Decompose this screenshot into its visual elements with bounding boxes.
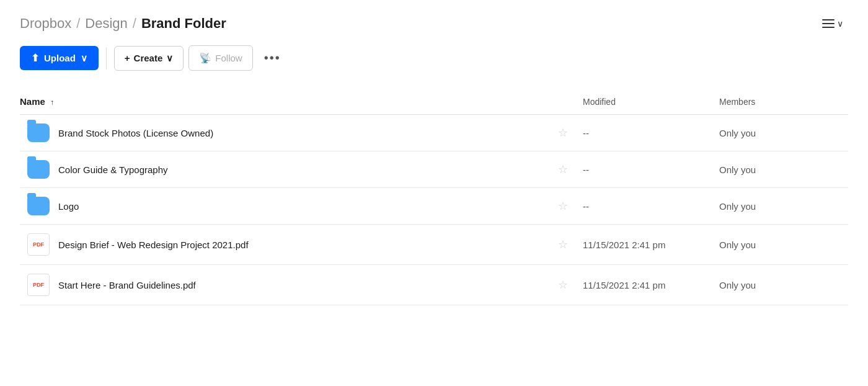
create-label: Create bbox=[134, 53, 163, 63]
breadcrumb-design[interactable]: Design bbox=[85, 16, 127, 32]
create-button[interactable]: + Create ∨ bbox=[114, 46, 184, 71]
breadcrumb-sep-2: / bbox=[133, 16, 136, 32]
col-header-name[interactable]: Name ↑ bbox=[20, 91, 551, 115]
members-label: Only you bbox=[712, 151, 848, 188]
sort-arrow-icon: ↑ bbox=[50, 98, 54, 107]
favorite-star-icon[interactable]: ☆ bbox=[558, 163, 568, 176]
file-name-cell: PDFDesign Brief - Web Redesign Project 2… bbox=[27, 233, 543, 256]
file-name-text: Logo bbox=[58, 201, 79, 212]
file-name-text: Brand Stock Photos (License Owned) bbox=[58, 128, 213, 138]
file-name-text: Start Here - Brand Guidelines.pdf bbox=[58, 280, 196, 290]
pdf-icon: PDF bbox=[27, 233, 50, 256]
follow-rss-icon: 📡 bbox=[199, 52, 211, 64]
modified-date: -- bbox=[575, 188, 712, 225]
breadcrumb-dropbox[interactable]: Dropbox bbox=[20, 16, 71, 32]
col-header-star bbox=[551, 91, 575, 115]
modified-date: -- bbox=[575, 115, 712, 151]
file-name-cell: Brand Stock Photos (License Owned) bbox=[27, 123, 543, 142]
breadcrumb-sep-1: / bbox=[76, 16, 80, 32]
folder-icon bbox=[27, 160, 50, 179]
follow-label: Follow bbox=[215, 53, 242, 63]
breadcrumb-current: Brand Folder bbox=[141, 16, 226, 32]
more-options-button[interactable]: ••• bbox=[258, 45, 287, 71]
breadcrumb: Dropbox / Design / Brand Folder bbox=[20, 16, 226, 32]
members-label: Only you bbox=[712, 115, 848, 151]
modified-date: -- bbox=[575, 151, 712, 188]
upload-chevron-icon: ∨ bbox=[81, 53, 87, 64]
col-header-modified[interactable]: Modified bbox=[575, 91, 712, 115]
upload-button[interactable]: ⬆ Upload ∨ bbox=[20, 46, 99, 70]
folder-icon bbox=[27, 197, 50, 215]
upload-icon: ⬆ bbox=[31, 52, 39, 64]
file-name-cell: Logo bbox=[27, 197, 543, 215]
more-icon: ••• bbox=[264, 51, 281, 65]
file-name-text: Design Brief - Web Redesign Project 2021… bbox=[58, 240, 249, 250]
header-actions-right: ∨ bbox=[817, 15, 848, 32]
upload-label: Upload bbox=[44, 53, 76, 63]
header-row: Dropbox / Design / Brand Folder ∨ bbox=[20, 15, 848, 32]
favorite-star-icon[interactable]: ☆ bbox=[558, 200, 568, 212]
file-name-text: Color Guide & Typography bbox=[58, 164, 168, 175]
favorite-star-icon[interactable]: ☆ bbox=[558, 238, 568, 251]
table-row[interactable]: Logo☆--Only you bbox=[20, 188, 848, 225]
create-chevron-icon: ∨ bbox=[166, 53, 173, 64]
toolbar: ⬆ Upload ∨ + Create ∨ 📡 Follow ••• bbox=[20, 45, 848, 71]
modified-date: 11/15/2021 2:41 pm bbox=[575, 225, 712, 265]
create-plus-icon: + bbox=[125, 53, 130, 63]
col-header-members[interactable]: Members bbox=[712, 91, 848, 115]
table-row[interactable]: Color Guide & Typography☆--Only you bbox=[20, 151, 848, 188]
members-label: Only you bbox=[712, 265, 848, 305]
pdf-icon: PDF bbox=[27, 274, 50, 296]
modified-date: 11/15/2021 2:41 pm bbox=[575, 265, 712, 305]
table-row[interactable]: PDFDesign Brief - Web Redesign Project 2… bbox=[20, 225, 848, 265]
favorite-star-icon[interactable]: ☆ bbox=[558, 127, 568, 139]
folder-icon bbox=[27, 123, 50, 142]
chevron-down-icon: ∨ bbox=[837, 19, 843, 29]
members-label: Only you bbox=[712, 188, 848, 225]
follow-button[interactable]: 📡 Follow bbox=[188, 45, 252, 71]
file-name-cell: PDFStart Here - Brand Guidelines.pdf bbox=[27, 274, 543, 296]
file-name-cell: Color Guide & Typography bbox=[27, 160, 543, 179]
favorite-star-icon[interactable]: ☆ bbox=[558, 279, 568, 291]
table-header-row: Name ↑ Modified Members bbox=[20, 91, 848, 115]
members-label: Only you bbox=[712, 225, 848, 265]
table-row[interactable]: PDFStart Here - Brand Guidelines.pdf☆11/… bbox=[20, 265, 848, 305]
file-list-table: Name ↑ Modified Members Brand Stock Phot… bbox=[20, 91, 848, 305]
view-options-button[interactable]: ∨ bbox=[817, 15, 848, 32]
toolbar-divider bbox=[106, 47, 107, 70]
file-list-body: Brand Stock Photos (License Owned)☆--Onl… bbox=[20, 115, 848, 305]
hamburger-icon bbox=[822, 19, 835, 28]
page-wrapper: Dropbox / Design / Brand Folder ∨ ⬆ Uplo… bbox=[0, 0, 868, 320]
table-row[interactable]: Brand Stock Photos (License Owned)☆--Onl… bbox=[20, 115, 848, 151]
